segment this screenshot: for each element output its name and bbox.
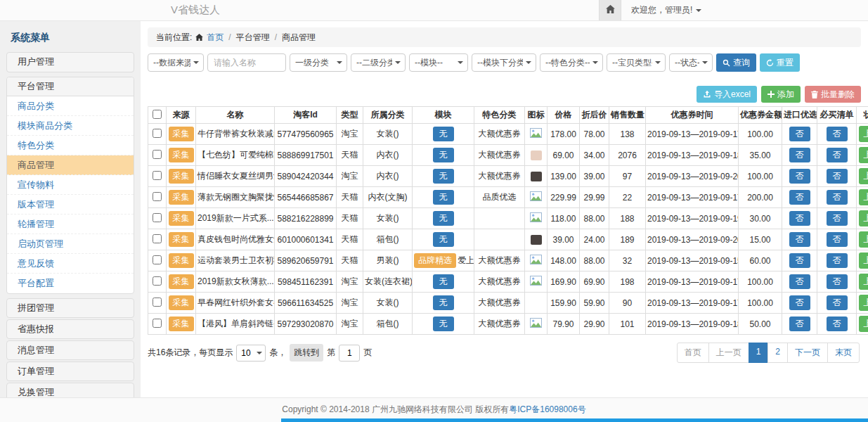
- sidebar-item-0[interactable]: 商品分类: [7, 96, 134, 116]
- row-checkbox[interactable]: [153, 319, 162, 328]
- breadcrumb-home-link[interactable]: 首页: [207, 28, 224, 47]
- module-badge[interactable]: 无: [433, 274, 454, 289]
- filter-select-8[interactable]: --状态--: [669, 53, 713, 72]
- icp-link[interactable]: 粤ICP备16098006号: [509, 404, 585, 414]
- row-checkbox[interactable]: [153, 213, 162, 222]
- pager-button-4[interactable]: 下一页: [787, 343, 828, 363]
- sidebar-panel-users[interactable]: 用户管理: [6, 52, 134, 72]
- status-button[interactable]: 上架: [859, 274, 868, 290]
- sidebar-panel-bottom-label-1[interactable]: 省惠快报: [7, 320, 134, 339]
- row-checkbox[interactable]: [153, 234, 162, 243]
- import-optimal-toggle[interactable]: 否: [789, 253, 810, 268]
- status-button[interactable]: 上架: [859, 231, 868, 248]
- status-button[interactable]: 上架: [859, 295, 868, 311]
- select-all-checkbox[interactable]: [153, 110, 162, 119]
- sidebar-panel-users-label[interactable]: 用户管理: [7, 53, 134, 72]
- module-badge[interactable]: 无: [433, 211, 454, 226]
- import-excel-button[interactable]: 导入excel: [697, 86, 757, 103]
- must-buy-toggle[interactable]: 否: [827, 190, 848, 205]
- import-optimal-toggle[interactable]: 否: [789, 148, 810, 162]
- import-optimal-toggle[interactable]: 否: [789, 127, 810, 141]
- status-button[interactable]: 上架: [859, 168, 868, 184]
- sidebar-item-6[interactable]: 轮播管理: [7, 215, 134, 234]
- sidebar-item-9[interactable]: 平台配置: [7, 274, 134, 293]
- sidebar-panel-bottom-label-0[interactable]: 拼团管理: [7, 299, 134, 318]
- must-buy-toggle[interactable]: 否: [827, 253, 848, 268]
- bottom-scrollbar[interactable]: [281, 418, 868, 422]
- name-search-input[interactable]: [207, 53, 286, 72]
- batch-delete-button[interactable]: 批量删除: [805, 86, 861, 103]
- filter-select-7[interactable]: --宝贝类型--: [607, 53, 666, 72]
- row-checkbox[interactable]: [153, 171, 162, 180]
- row-checkbox[interactable]: [153, 298, 162, 307]
- page-number-input[interactable]: [339, 345, 360, 362]
- sidebar-panel-bottom-0[interactable]: 拼团管理: [6, 298, 134, 318]
- import-optimal-toggle[interactable]: 否: [789, 295, 810, 310]
- type-cell: 淘宝: [337, 293, 363, 314]
- row-checkbox[interactable]: [153, 129, 162, 138]
- must-buy-toggle[interactable]: 否: [827, 169, 848, 184]
- module-badge[interactable]: 无: [433, 232, 454, 247]
- discount-price-cell: 34.00: [580, 145, 609, 166]
- user-menu[interactable]: 欢迎您，管理员!: [621, 0, 711, 20]
- sidebar-panel-bottom-label-2[interactable]: 消息管理: [7, 341, 134, 360]
- search-button[interactable]: 查询: [716, 53, 756, 72]
- home-button[interactable]: [599, 0, 621, 20]
- import-optimal-toggle[interactable]: 否: [789, 169, 810, 184]
- sidebar-panel-bottom-3[interactable]: 订单管理: [6, 362, 134, 381]
- sidebar-item-7[interactable]: 启动页管理: [7, 234, 134, 254]
- status-button[interactable]: 上架: [859, 126, 868, 142]
- filter-select-6[interactable]: --特色分类--: [540, 53, 603, 72]
- filter-select-0[interactable]: --数据来源--: [148, 53, 204, 72]
- sidebar-item-5[interactable]: 版本管理: [7, 195, 134, 215]
- must-buy-toggle[interactable]: 否: [827, 274, 848, 289]
- module-badge[interactable]: 品牌精选: [414, 253, 456, 268]
- row-checkbox[interactable]: [153, 276, 162, 286]
- pager-button-5[interactable]: 末页: [827, 343, 860, 363]
- sidebar-panel-bottom-label-3[interactable]: 订单管理: [7, 362, 134, 381]
- status-button[interactable]: 上架: [859, 252, 868, 269]
- must-buy-toggle[interactable]: 否: [827, 148, 848, 162]
- import-optimal-toggle[interactable]: 否: [789, 316, 810, 331]
- row-checkbox[interactable]: [153, 150, 162, 159]
- filter-select-2[interactable]: 一级分类: [290, 53, 347, 72]
- sidebar-item-4[interactable]: 宣传物料: [7, 175, 134, 195]
- sidebar-item-2[interactable]: 特色分类: [7, 136, 134, 155]
- jump-button[interactable]: 跳转到: [290, 344, 323, 362]
- pager-button-3[interactable]: 2: [767, 343, 788, 363]
- sidebar-panel-platform-label[interactable]: 平台管理: [7, 77, 134, 96]
- sidebar-item-3[interactable]: 商品管理: [7, 155, 134, 175]
- pager-button-2[interactable]: 1: [749, 343, 769, 363]
- add-button[interactable]: 添加: [761, 86, 801, 103]
- status-button[interactable]: 上架: [859, 316, 868, 332]
- import-optimal-toggle[interactable]: 否: [789, 190, 810, 205]
- module-badge[interactable]: 无: [433, 190, 454, 205]
- sidebar-item-8[interactable]: 意见反馈: [7, 254, 134, 274]
- must-buy-toggle[interactable]: 否: [827, 127, 848, 141]
- row-checkbox[interactable]: [153, 255, 162, 264]
- status-button[interactable]: 上架: [859, 147, 868, 163]
- import-optimal-toggle[interactable]: 否: [789, 274, 810, 289]
- module-badge[interactable]: 无: [433, 316, 454, 331]
- row-checkbox[interactable]: [153, 192, 162, 201]
- filter-select-4[interactable]: --模块--: [409, 53, 468, 72]
- module-badge[interactable]: 无: [433, 169, 454, 184]
- sidebar-panel-bottom-1[interactable]: 省惠快报: [6, 319, 134, 339]
- filter-select-5[interactable]: --模块下分类--: [472, 53, 536, 72]
- must-buy-toggle[interactable]: 否: [827, 295, 848, 310]
- must-buy-toggle[interactable]: 否: [827, 232, 848, 247]
- sidebar-item-1[interactable]: 模块商品分类: [7, 116, 134, 136]
- reset-button[interactable]: 重置: [760, 53, 800, 72]
- must-buy-toggle[interactable]: 否: [827, 316, 848, 331]
- status-button[interactable]: 上架: [859, 210, 868, 226]
- filter-select-3[interactable]: --二级分类--: [351, 53, 406, 72]
- module-badge[interactable]: 无: [433, 148, 454, 162]
- import-optimal-toggle[interactable]: 否: [789, 211, 810, 226]
- module-badge[interactable]: 无: [433, 127, 454, 141]
- status-button[interactable]: 上架: [859, 189, 868, 205]
- must-buy-toggle[interactable]: 否: [827, 211, 848, 226]
- sidebar-panel-bottom-2[interactable]: 消息管理: [6, 340, 134, 360]
- import-optimal-toggle[interactable]: 否: [789, 232, 810, 247]
- per-page-select[interactable]: 10: [236, 345, 266, 362]
- module-badge[interactable]: 无: [433, 295, 454, 310]
